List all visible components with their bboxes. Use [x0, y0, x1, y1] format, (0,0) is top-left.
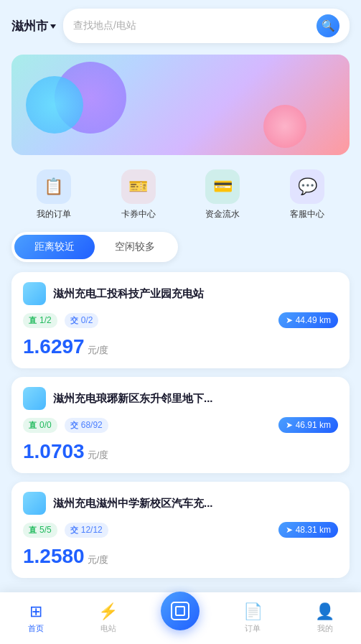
bottom-nav: ⊞ 首页 ⚡ 电站 📄 订单 👤 我的: [0, 592, 361, 644]
nav-label-funds: 资金流水: [205, 208, 240, 220]
price-row-2: 1.0703 元/度: [23, 440, 338, 463]
ac-badge-1: 交 0/2: [65, 313, 99, 328]
card-header-3: 滋州充电滋州中学新校区汽车充...: [23, 492, 338, 515]
navigation-icon-1: ➤: [286, 315, 293, 325]
station-icon-nav: ⚡: [98, 602, 118, 621]
price-unit-2: 元/度: [88, 449, 109, 462]
scan-icon: [171, 602, 189, 620]
station-card-1[interactable]: 滋州充电工投科技产业园充电站 直 1/2 交 0/2 ➤ 44.4: [11, 272, 350, 368]
price-unit-3: 元/度: [88, 554, 109, 566]
distance-value-2: 46.91 km: [296, 420, 331, 430]
city-selector[interactable]: 滋州市: [11, 18, 56, 34]
bottom-nav-profile[interactable]: 👤 我的: [289, 602, 361, 634]
home-label: 首页: [28, 623, 44, 634]
dc-value-1: 1/2: [39, 315, 52, 325]
ac-badge-3: 交 12/12: [65, 523, 108, 538]
dc-value-2: 0/0: [39, 420, 52, 430]
cards-icon: 🎫: [121, 169, 156, 204]
banner-blob-2: [26, 76, 83, 134]
card-header-1: 滋州充电工投科技产业园充电站: [23, 282, 338, 305]
service-icon: 💬: [290, 169, 324, 204]
funds-icon: 💳: [205, 169, 240, 204]
ac-label-2: 交: [70, 420, 78, 431]
navigation-icon-3: ➤: [286, 525, 293, 535]
ac-label-3: 交: [70, 525, 78, 536]
quick-nav: 📋 我的订单 🎫 卡券中心 💳 资金流水 💬 客服中心: [0, 164, 361, 232]
nav-label-service: 客服中心: [290, 208, 324, 220]
filter-tabs: 距离较近 空闲较多: [11, 232, 178, 262]
navigation-icon-2: ➤: [286, 420, 293, 430]
station-name-1: 滋州充电工投科技产业园充电站: [53, 287, 338, 301]
stations-list: 滋州充电工投科技产业园充电站 直 1/2 交 0/2 ➤ 44.4: [0, 272, 361, 578]
bottom-nav-orders[interactable]: 📄 订单: [217, 602, 289, 634]
ac-value-3: 12/12: [81, 525, 103, 535]
city-name: 滋州市: [11, 18, 48, 34]
station-icon-3: [23, 492, 46, 515]
distance-badge-1: ➤ 44.49 km: [278, 312, 338, 328]
tab-distance[interactable]: 距离较近: [14, 235, 95, 259]
price-main-2: 1.0703: [23, 440, 85, 463]
distance-badge-2: ➤ 46.91 km: [278, 417, 338, 433]
distance-value-3: 48.31 km: [296, 525, 331, 535]
bottom-nav-station[interactable]: ⚡ 电站: [72, 602, 145, 634]
search-bar[interactable]: 查找地点/电站 🔍: [63, 9, 350, 43]
card-header-2: 滋州充电琅琊新区东升邻里地下...: [23, 387, 338, 410]
ac-value-2: 68/92: [81, 420, 103, 430]
banner: [11, 55, 350, 155]
nav-item-cards[interactable]: 🎫 卡券中心: [121, 169, 156, 220]
station-icon-1: [23, 282, 46, 305]
tab-idle[interactable]: 空闲较多: [95, 235, 175, 259]
price-main-3: 1.2580: [23, 545, 85, 568]
station-name-3: 滋州充电滋州中学新校区汽车充...: [53, 497, 338, 510]
chevron-down-icon: [50, 24, 56, 29]
distance-value-1: 44.49 km: [296, 315, 331, 325]
distance-badge-3: ➤ 48.31 km: [278, 522, 338, 538]
price-row-1: 1.6297 元/度: [23, 335, 338, 358]
dc-label-3: 直: [29, 525, 37, 536]
nav-label-cards: 卡券中心: [121, 208, 156, 220]
nav-item-orders[interactable]: 📋 我的订单: [37, 169, 71, 220]
dc-badge-2: 直 0/0: [23, 418, 57, 433]
station-card-2[interactable]: 滋州充电琅琊新区东升邻里地下... 直 0/0 交 68/92 ➤: [11, 377, 350, 473]
nav-item-funds[interactable]: 💳 资金流水: [205, 169, 240, 220]
dc-label-2: 直: [29, 420, 37, 431]
station-label: 电站: [100, 623, 116, 634]
bottom-nav-scan[interactable]: [144, 606, 217, 630]
card-stats-3: 直 5/5 交 12/12 ➤ 48.31 km: [23, 522, 338, 538]
dc-label-1: 直: [29, 315, 37, 326]
dc-value-3: 5/5: [39, 525, 52, 535]
station-name-2: 滋州充电琅琊新区东升邻里地下...: [53, 392, 338, 406]
dc-badge-3: 直 5/5: [23, 523, 57, 538]
ac-label-1: 交: [70, 315, 78, 326]
price-unit-1: 元/度: [88, 344, 109, 357]
banner-blob-3: [263, 105, 306, 148]
station-card-3[interactable]: 滋州充电滋州中学新校区汽车充... 直 5/5 交 12/12 ➤: [11, 482, 350, 578]
profile-label: 我的: [317, 623, 333, 634]
nav-label-orders: 我的订单: [37, 208, 71, 220]
search-button[interactable]: 🔍: [317, 14, 339, 37]
orders-nav-label: 订单: [245, 623, 261, 634]
home-icon: ⊞: [29, 602, 42, 621]
station-icon-2: [23, 387, 46, 410]
orders-icon: 📋: [37, 169, 71, 204]
ac-badge-2: 交 68/92: [65, 418, 108, 433]
profile-icon: 👤: [315, 602, 334, 621]
scan-button[interactable]: [161, 592, 200, 630]
orders-nav-icon: 📄: [243, 602, 263, 621]
header: 滋州市 查找地点/电站 🔍: [0, 0, 361, 52]
price-row-3: 1.2580 元/度: [23, 545, 338, 568]
ac-value-1: 0/2: [81, 315, 93, 325]
search-placeholder: 查找地点/电站: [73, 19, 311, 32]
price-main-1: 1.6297: [23, 335, 85, 358]
card-stats-2: 直 0/0 交 68/92 ➤ 46.91 km: [23, 417, 338, 433]
dc-badge-1: 直 1/2: [23, 313, 57, 328]
bottom-nav-home[interactable]: ⊞ 首页: [0, 602, 72, 634]
nav-item-service[interactable]: 💬 客服中心: [290, 169, 324, 220]
card-stats-1: 直 1/2 交 0/2 ➤ 44.49 km: [23, 312, 338, 328]
